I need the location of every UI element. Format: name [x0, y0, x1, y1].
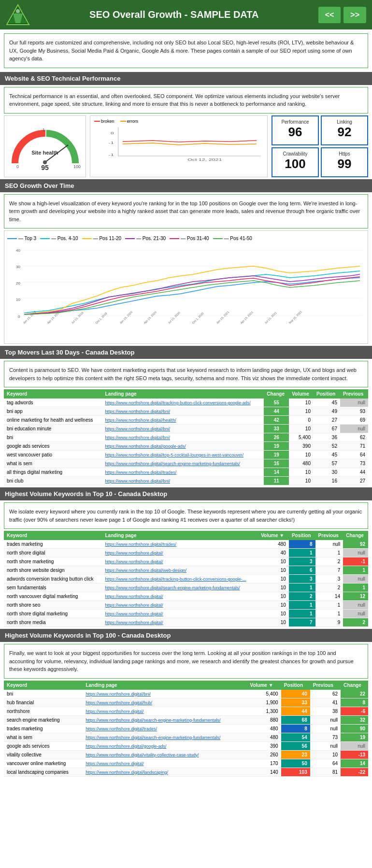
- table-row: 3: [289, 557, 315, 566]
- table-row[interactable]: https://www.northshore.digital/hub/: [83, 698, 247, 707]
- top10-desc: We isolate every keyword where you curre…: [4, 502, 368, 529]
- table-row: north vancouver digital marketing: [4, 592, 102, 601]
- table-row: -1: [343, 557, 368, 566]
- table-row: 10: [258, 618, 289, 627]
- table-row: 27: [340, 477, 368, 485]
- table-row[interactable]: https://www.northshore.digital/: [102, 618, 258, 627]
- legend-pos21-30-label: — Pos. 21-30: [136, 236, 166, 241]
- col-keyword: Keyword: [4, 389, 102, 398]
- table-row[interactable]: https://www.northshore.digital/: [102, 549, 258, 557]
- chart-legend: — Top 3 — Pos. 4-10 — Pos 11-20 — Pos. 2…: [7, 234, 365, 243]
- table-row[interactable]: https://www.northshore.digital/bni/: [102, 407, 264, 416]
- svg-text:30: 30: [16, 265, 20, 269]
- table-row[interactable]: https://www.northshore.digital/: [102, 601, 258, 610]
- table-row[interactable]: https://www.northshore.digital/health/: [102, 416, 264, 425]
- table-row[interactable]: https://www.northshore.digital/trades/: [102, 468, 264, 477]
- table-row: 73: [310, 733, 341, 741]
- table-row[interactable]: https://www.northshore.digital/: [102, 610, 258, 618]
- table-row: 260: [247, 750, 281, 759]
- table-row: 140: [247, 768, 281, 776]
- table-row[interactable]: https://www.northshore.digital/: [83, 759, 247, 768]
- table-row: 41: [310, 698, 341, 707]
- table-row[interactable]: https://www.northshore.digital/search-en…: [83, 733, 247, 741]
- col-landing: Landing page: [102, 531, 258, 540]
- table-row: 1: [315, 601, 343, 610]
- table-row[interactable]: https://www.northshore.digital/: [102, 592, 258, 601]
- table-row: 10: [289, 425, 314, 433]
- table-row[interactable]: https://www.northshore.digital/bni/: [102, 477, 264, 485]
- table-row[interactable]: https://www.northshore.digital/tracking-…: [102, 398, 264, 407]
- table-row: 44: [264, 407, 289, 416]
- table-row[interactable]: https://www.northshore.digital/web-desig…: [102, 566, 258, 575]
- next-button[interactable]: >>: [343, 7, 366, 23]
- mini-chart-svg: 0 -1 -1 Oct 12, 2021: [92, 125, 265, 163]
- legend-pos31-40-label: — Pos 31-40: [181, 236, 209, 241]
- table-row[interactable]: https://www.northshore.digital/tracking-…: [102, 575, 258, 583]
- table-row[interactable]: https://www.northshore.digital/: [102, 557, 258, 566]
- table-row[interactable]: https://www.northshore.digital/search-en…: [102, 459, 264, 468]
- table-row: null: [310, 741, 341, 750]
- table-row[interactable]: https://www.northshore.digital/google-ad…: [83, 741, 247, 750]
- table-row: 480: [258, 540, 289, 549]
- table-row[interactable]: https://www.northshore.digital/bni/: [102, 425, 264, 433]
- table-row: null: [343, 549, 368, 557]
- table-row[interactable]: https://www.northshore.digital/top-5-coc…: [102, 451, 264, 459]
- prev-button[interactable]: <<: [318, 7, 341, 23]
- table-row: 12: [343, 592, 368, 601]
- table-row[interactable]: https://www.northshore.digital/search-en…: [83, 715, 247, 724]
- table-row: 19: [341, 733, 368, 741]
- table-row[interactable]: https://www.northshore.digital/bni/: [102, 433, 264, 442]
- kpi-https-label: Https: [327, 151, 362, 157]
- table-row[interactable]: https://www.northshore.digital/bni/: [83, 690, 247, 698]
- table-row: 7: [315, 566, 343, 575]
- kpi-grid: Performance 96 Linking 92 Crawlability 1…: [272, 115, 368, 177]
- top-movers-table: Keyword Landing page Change Volume Posit…: [4, 389, 368, 485]
- svg-text:Jul 15, 2020: Jul 15, 2020: [167, 311, 181, 325]
- table-row: 10: [258, 566, 289, 575]
- growth-desc: We show a high-level visualization of ev…: [4, 194, 368, 229]
- kpi-crawlability-label: Crawlability: [277, 151, 313, 157]
- table-row: 1: [289, 583, 315, 592]
- table-row: bni: [4, 690, 83, 698]
- col-landing: Landing page: [102, 389, 264, 398]
- table-row: 40: [258, 549, 289, 557]
- tech-perf-desc: Technical performance is an essential, a…: [4, 87, 368, 114]
- top100-header: Highest Volume Keywords in Top 100 - Can…: [0, 629, 372, 642]
- table-row: 62: [340, 433, 368, 442]
- table-row: null: [315, 540, 343, 549]
- table-row: 10: [258, 583, 289, 592]
- table-row: vancouver online marketing: [4, 759, 83, 768]
- table-row: null: [343, 601, 368, 610]
- table-row[interactable]: https://www.northshore.digital/trades/: [102, 540, 258, 549]
- table-row: 3: [315, 575, 343, 583]
- svg-point-3: [16, 9, 20, 13]
- table-row: online marketing for health and wellness: [4, 416, 102, 425]
- table-row: 10: [258, 557, 289, 566]
- table-row[interactable]: https://www.northshore.digital/google-ad…: [102, 442, 264, 451]
- table-row[interactable]: https://www.northshore.digital/trades/: [83, 724, 247, 733]
- table-row: north shore seo: [4, 601, 102, 610]
- kpi-https: Https 99: [321, 147, 368, 177]
- svg-text:Apr 15, 2021: Apr 15, 2021: [240, 311, 254, 325]
- table-row[interactable]: https://www.northshore.digital/search-en…: [102, 583, 258, 592]
- svg-text:10: 10: [16, 298, 20, 302]
- table-row: 1,300: [247, 707, 281, 715]
- legend-pos4-10: — Pos. 4-10: [40, 236, 78, 241]
- col-position: Position: [281, 681, 310, 690]
- table-row: null: [343, 610, 368, 618]
- table-row: tag adwords: [4, 398, 102, 407]
- table-row: 71: [340, 442, 368, 451]
- table-row: 16: [314, 477, 340, 485]
- table-row[interactable]: https://www.northshore.digital/landscapi…: [83, 768, 247, 776]
- table-row: 26: [264, 433, 289, 442]
- table-row[interactable]: https://www.northshore.digital/: [83, 707, 247, 715]
- table-row: 390: [289, 442, 314, 451]
- table-row[interactable]: https://www.northshore.digital/vitality-…: [83, 750, 247, 759]
- svg-text:-1: -1: [109, 153, 114, 157]
- table-row: 8: [341, 698, 368, 707]
- col-keyword: Keyword: [4, 681, 83, 690]
- legend-pos41-50: — Pos 41-50: [213, 236, 252, 241]
- svg-text:40: 40: [16, 248, 20, 253]
- table-row: -13: [341, 750, 368, 759]
- legend-top3-label: — Top 3: [18, 236, 36, 241]
